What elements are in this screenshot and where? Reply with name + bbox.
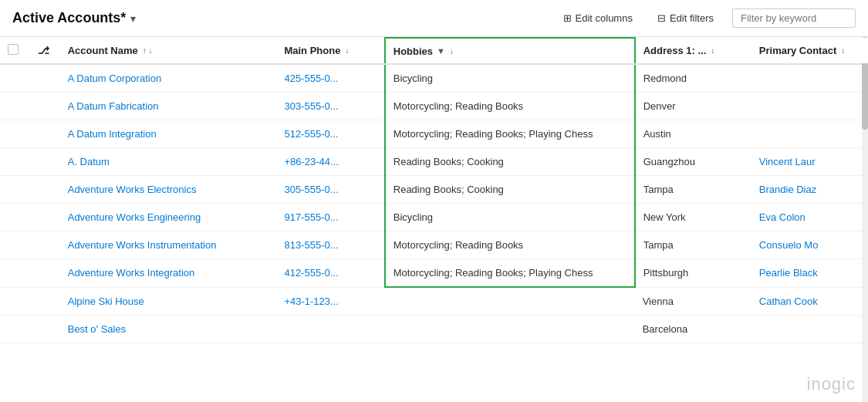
- keyword-filter-input[interactable]: [732, 8, 856, 28]
- row-account-name[interactable]: Adventure Works Electronics: [60, 176, 277, 204]
- top-bar: Active Accounts* ▾ ⊞ Edit columns ⊟ Edit…: [0, 0, 868, 37]
- row-check-cell: [0, 259, 30, 288]
- account-name-link[interactable]: Adventure Works Integration: [68, 267, 195, 279]
- phone-link[interactable]: 917-555-0...: [284, 211, 338, 223]
- column-header-phone[interactable]: Main Phone ↓: [276, 38, 384, 64]
- edit-columns-button[interactable]: ⊞ Edit columns: [557, 9, 639, 27]
- account-name-link[interactable]: Best o' Sales: [68, 323, 126, 335]
- row-primary-contact[interactable]: [751, 93, 868, 120]
- table-row: Adventure Works Instrumentation813-555-0…: [0, 231, 868, 259]
- row-account-name[interactable]: A Datum Integration: [60, 120, 277, 148]
- row-account-name[interactable]: Alpine Ski House: [60, 287, 277, 315]
- row-main-phone: 425-555-0...: [276, 64, 384, 93]
- phone-link[interactable]: 412-555-0...: [284, 267, 338, 279]
- phone-link[interactable]: +43-1-123...: [284, 296, 338, 307]
- chevron-down-icon[interactable]: ▾: [130, 12, 136, 25]
- row-hobbies: Motorcycling; Reading Books; Playing Che…: [385, 120, 635, 148]
- row-main-phone: 412-555-0...: [276, 259, 384, 288]
- table-row: A Datum Fabrication303-555-0...Motorcycl…: [0, 93, 868, 120]
- main-phone-label: Main Phone: [284, 45, 340, 56]
- account-name-link[interactable]: Alpine Ski House: [68, 296, 144, 307]
- row-hobbies: Motorcycling; Reading Books: [385, 93, 635, 120]
- table-row: Adventure Works Integration412-555-0...M…: [0, 259, 868, 288]
- hobbies-label: Hobbies: [393, 46, 433, 57]
- column-header-contact[interactable]: Primary Contact ↓: [751, 38, 868, 64]
- contact-link[interactable]: Consuelo Mo: [759, 239, 819, 251]
- table-row: A Datum Integration512-555-0...Motorcycl…: [0, 120, 868, 148]
- row-hobbies: [385, 315, 635, 343]
- row-account-name[interactable]: A Datum Fabrication: [60, 93, 277, 120]
- table-container: ⎇ Account Name ↑ ↓ Main Phone ↓: [0, 37, 868, 402]
- row-account-name[interactable]: A Datum Corporation: [60, 64, 277, 93]
- select-all-checkbox[interactable]: [8, 44, 19, 55]
- filter-icon-hobbies[interactable]: ▼: [437, 46, 445, 56]
- sort-icon-address[interactable]: ↓: [711, 46, 714, 55]
- column-header-check[interactable]: [0, 38, 30, 64]
- row-primary-contact[interactable]: [751, 64, 868, 93]
- row-primary-contact[interactable]: Consuelo Mo: [751, 231, 868, 259]
- contact-link[interactable]: Vincent Laur: [759, 156, 816, 167]
- row-account-name[interactable]: Adventure Works Integration: [60, 259, 277, 288]
- sort-icon-account[interactable]: ↑ ↓: [143, 46, 153, 55]
- row-check-cell: [0, 148, 30, 176]
- row-check-cell: [0, 287, 30, 315]
- sort-icon-contact[interactable]: ↓: [841, 46, 845, 55]
- edit-filters-button[interactable]: ⊟ Edit filters: [651, 9, 720, 27]
- row-primary-contact[interactable]: Vincent Laur: [751, 148, 868, 176]
- row-primary-contact[interactable]: Cathan Cook: [751, 287, 868, 315]
- row-main-phone: +43-1-123...: [276, 287, 384, 315]
- phone-link[interactable]: 512-555-0...: [284, 128, 338, 140]
- row-icon-cell: [30, 204, 60, 231]
- row-primary-contact[interactable]: Pearlie Black: [751, 259, 868, 288]
- row-address: Barcelona: [635, 315, 751, 343]
- row-main-phone: 813-555-0...: [276, 231, 384, 259]
- row-account-name[interactable]: A. Datum: [60, 148, 277, 176]
- account-name-label: Account Name: [68, 45, 138, 56]
- column-header-account[interactable]: Account Name ↑ ↓: [60, 38, 277, 64]
- row-account-name[interactable]: Adventure Works Instrumentation: [60, 231, 277, 259]
- column-header-hobbies[interactable]: Hobbies ▼ ↓: [385, 38, 635, 64]
- row-primary-contact[interactable]: [751, 120, 868, 148]
- column-header-icon[interactable]: ⎇: [30, 38, 60, 64]
- account-name-link[interactable]: A Datum Corporation: [68, 73, 161, 84]
- contact-link[interactable]: Cathan Cook: [759, 296, 818, 307]
- row-check-cell: [0, 204, 30, 231]
- row-account-name[interactable]: Adventure Works Engineering: [60, 204, 277, 231]
- row-hobbies: Bicycling: [385, 204, 635, 231]
- row-main-phone: [276, 315, 384, 343]
- scrollbar-track[interactable]: [862, 37, 868, 402]
- edit-columns-icon: ⊞: [563, 12, 572, 24]
- row-check-cell: [0, 64, 30, 93]
- row-icon-cell: [30, 259, 60, 288]
- contact-link[interactable]: Brandie Diaz: [759, 184, 816, 195]
- sort-icon-hobbies[interactable]: ↓: [450, 47, 454, 56]
- row-icon-cell: [30, 120, 60, 148]
- account-name-link[interactable]: A Datum Fabrication: [68, 100, 159, 112]
- account-name-link[interactable]: Adventure Works Engineering: [68, 211, 201, 223]
- account-name-link[interactable]: A Datum Integration: [68, 128, 157, 140]
- phone-link[interactable]: +86-23-44...: [284, 156, 338, 167]
- row-primary-contact[interactable]: Brandie Diaz: [751, 176, 868, 204]
- contact-link[interactable]: Eva Colon: [759, 211, 806, 223]
- row-address: Tampa: [635, 176, 751, 204]
- phone-link[interactable]: 425-555-0...: [284, 73, 338, 84]
- table-row: A. Datum+86-23-44...Reading Books; Cooki…: [0, 148, 868, 176]
- row-icon-cell: [30, 93, 60, 120]
- sort-icon-phone[interactable]: ↓: [345, 46, 349, 55]
- edit-filters-label: Edit filters: [670, 12, 714, 24]
- row-icon-cell: [30, 148, 60, 176]
- account-name-link[interactable]: Adventure Works Instrumentation: [68, 239, 217, 251]
- contact-link[interactable]: Pearlie Black: [759, 267, 818, 279]
- phone-link[interactable]: 303-555-0...: [284, 100, 338, 112]
- hierarchy-icon: ⎇: [38, 45, 49, 56]
- row-main-phone: 512-555-0...: [276, 120, 384, 148]
- account-name-link[interactable]: Adventure Works Electronics: [68, 184, 197, 195]
- phone-link[interactable]: 305-555-0...: [284, 184, 338, 195]
- row-primary-contact[interactable]: Eva Colon: [751, 204, 868, 231]
- row-icon-cell: [30, 64, 60, 93]
- column-header-address[interactable]: Address 1: ... ↓: [635, 38, 751, 64]
- row-account-name[interactable]: Best o' Sales: [60, 315, 277, 343]
- row-primary-contact[interactable]: [751, 315, 868, 343]
- phone-link[interactable]: 813-555-0...: [284, 239, 338, 251]
- account-name-link[interactable]: A. Datum: [68, 156, 110, 167]
